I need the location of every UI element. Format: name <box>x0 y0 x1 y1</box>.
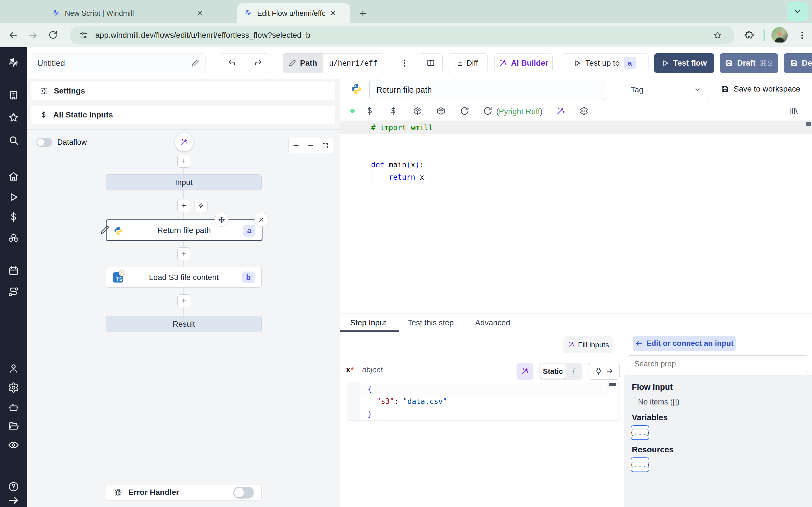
deploy-button[interactable]: Deploy <box>784 53 812 73</box>
error-handler-toggle[interactable] <box>233 487 254 499</box>
dollar-icon[interactable] <box>365 107 374 115</box>
user-icon[interactable] <box>8 363 19 374</box>
reload-icon[interactable] <box>49 31 57 40</box>
tab-search-button[interactable] <box>786 2 808 21</box>
input-node[interactable]: Input <box>106 174 262 190</box>
tab-advanced[interactable]: Advanced <box>475 318 510 327</box>
gear-icon[interactable] <box>579 107 589 115</box>
javascript-expr-mode-button[interactable]: f <box>568 365 579 377</box>
runs-play-icon[interactable] <box>8 191 19 203</box>
diff-button[interactable]: ± Diff <box>448 53 488 73</box>
search-icon[interactable] <box>8 135 19 146</box>
edit-step-pencil-icon[interactable] <box>100 225 109 234</box>
move-step-handle[interactable] <box>214 213 229 227</box>
dataflow-toggle[interactable] <box>36 138 52 147</box>
test-flow-button[interactable]: Test flow <box>654 53 714 73</box>
refresh-icon[interactable] <box>483 107 492 115</box>
library-icon[interactable] <box>789 107 799 116</box>
help-icon[interactable] <box>8 481 19 492</box>
search-prop-input[interactable] <box>628 355 808 372</box>
new-tab-icon[interactable] <box>359 9 367 18</box>
insert-step-button[interactable] <box>177 155 190 168</box>
resources-boxes-icon[interactable] <box>8 232 19 244</box>
address-bar[interactable]: app.windmill.dev/flows/edit/u/henri/effo… <box>70 26 734 45</box>
package-icon[interactable] <box>413 107 422 115</box>
save-to-workspace-button[interactable]: Save to workspace <box>721 84 801 94</box>
tab-test-this-step[interactable]: Test this step <box>408 318 454 327</box>
trigger-button[interactable] <box>195 199 207 212</box>
error-handler-row[interactable]: Error Handler <box>106 484 262 501</box>
favorites-star-icon[interactable] <box>8 112 19 123</box>
step-node-a-selected[interactable]: Return file path a <box>106 219 262 241</box>
input-node-label: Input <box>175 178 193 187</box>
workers-robot-icon[interactable] <box>8 402 19 413</box>
result-node[interactable]: Result <box>106 316 262 332</box>
insert-step-button[interactable] <box>177 294 190 307</box>
browser-tab-active[interactable]: Edit Flow u/henri/effortless_fl <box>238 3 350 23</box>
static-mode-button[interactable]: Static <box>540 364 566 379</box>
test-up-to-button[interactable]: Test up to a <box>561 53 649 73</box>
edit-or-connect-pill[interactable]: Edit or connect an input <box>633 336 735 351</box>
ai-builder-button[interactable]: AI Builder <box>494 53 553 73</box>
zoom-in-button[interactable] <box>289 142 303 149</box>
workspace-icon[interactable] <box>8 90 19 101</box>
step-node-b[interactable]: TS Load S3 file content b <box>106 267 262 288</box>
insert-step-button[interactable] <box>177 199 190 212</box>
undo-button[interactable] <box>219 54 245 73</box>
browser-menu-kebab-icon[interactable] <box>797 31 807 40</box>
zoom-out-button[interactable] <box>303 142 318 149</box>
settings-gear-icon[interactable] <box>8 382 19 393</box>
tag-select[interactable]: Tag <box>624 80 708 100</box>
resources-braces-button[interactable]: {...} <box>631 457 649 472</box>
play-icon <box>661 59 669 67</box>
connect-input-button[interactable] <box>588 363 620 380</box>
extensions-puzzle-icon[interactable] <box>744 31 754 40</box>
close-icon[interactable] <box>196 10 204 17</box>
variables-braces-button[interactable]: {...} <box>631 425 649 440</box>
tab-step-input[interactable]: Step Input <box>350 318 386 327</box>
zoom-fit-button[interactable] <box>318 142 333 149</box>
folders-icon[interactable] <box>8 420 19 432</box>
path-value-field[interactable]: u/henri/eff <box>323 54 384 73</box>
variables-dollar-icon[interactable] <box>8 212 19 223</box>
variables-heading: Variables <box>632 413 668 422</box>
home-icon[interactable] <box>8 171 19 182</box>
settings-row[interactable]: Settings <box>31 82 336 100</box>
forward-icon[interactable] <box>28 31 38 40</box>
redo-button[interactable] <box>245 54 271 73</box>
docs-book-button[interactable] <box>419 53 443 73</box>
json-arg-editor[interactable]: { "s3": "data.csv"} <box>347 382 619 421</box>
expand-arrow-icon[interactable] <box>8 495 19 506</box>
ai-flow-button[interactable] <box>175 133 193 151</box>
flows-route-icon[interactable] <box>8 286 19 297</box>
back-icon[interactable] <box>8 31 18 40</box>
code-editor[interactable]: # import wmill def main(x): return x <box>340 121 812 313</box>
step-name-input[interactable]: Return file path <box>369 80 606 100</box>
path-group[interactable]: Path u/henri/eff <box>283 53 384 73</box>
json-scroll-marker[interactable] <box>609 383 616 386</box>
audit-eye-icon[interactable] <box>8 439 19 451</box>
wand-icon[interactable] <box>556 107 565 115</box>
fill-inputs-button[interactable]: Fill inputs <box>563 336 613 353</box>
static-label: Static <box>543 367 563 376</box>
ai-fill-arg-button[interactable] <box>516 363 534 380</box>
browser-tab-inactive[interactable]: New Script | Windmill <box>45 3 229 23</box>
package-icon[interactable] <box>437 107 446 115</box>
flow-name-field[interactable]: Untitled <box>31 53 206 73</box>
windmill-logo[interactable] <box>7 56 20 70</box>
bookmark-star-icon[interactable] <box>713 31 722 40</box>
delete-step-button[interactable] <box>254 213 268 227</box>
tune-icon[interactable] <box>80 31 88 40</box>
pencil-icon[interactable] <box>191 59 199 67</box>
more-options-kebab-icon[interactable] <box>400 58 409 68</box>
schedules-calendar-icon[interactable] <box>8 265 19 277</box>
all-static-inputs-row[interactable]: All Static Inputs <box>31 106 336 124</box>
avatar[interactable] <box>771 27 788 43</box>
draft-button[interactable]: Draft ⌘S <box>720 53 778 73</box>
minimap-scroll-marker[interactable] <box>806 122 811 126</box>
dollar-icon[interactable] <box>389 107 398 115</box>
refresh-icon[interactable] <box>460 107 469 115</box>
close-icon[interactable] <box>329 10 337 17</box>
insert-step-button[interactable] <box>177 247 190 260</box>
book-icon <box>426 59 435 68</box>
